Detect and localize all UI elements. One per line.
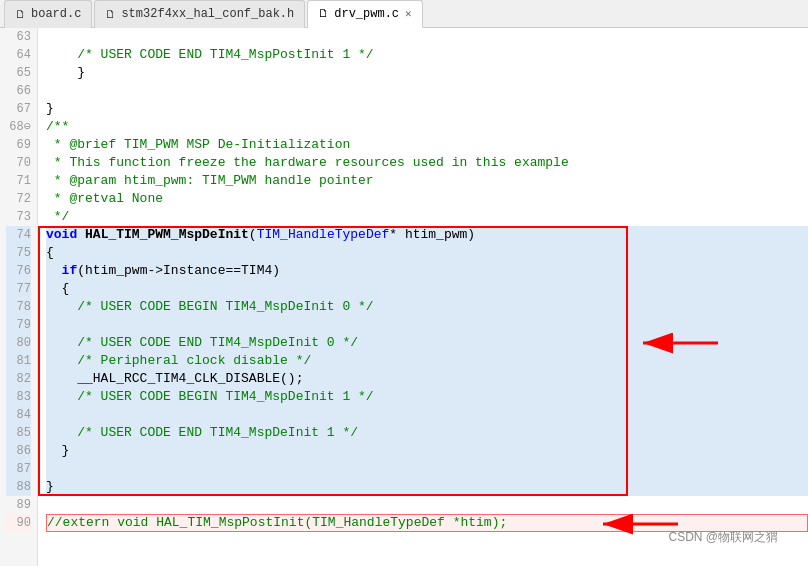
code-line-73: */: [46, 208, 808, 226]
line-num-74: 74: [6, 226, 31, 244]
tab-drv-pwm[interactable]: 🗋 drv_pwm.c ✕: [307, 0, 422, 28]
line-num-87: 87: [6, 460, 31, 478]
file-icon: 🗋: [318, 7, 329, 20]
watermark: CSDN @物联网之猬: [668, 529, 778, 546]
code-line-75: {: [46, 244, 808, 262]
code-line-72: * @retval None: [46, 190, 808, 208]
line-num-83: 83: [6, 388, 31, 406]
line-num-66: 66: [6, 82, 31, 100]
code-line-67: }: [46, 100, 808, 118]
tab-board-c[interactable]: 🗋 board.c: [4, 0, 92, 28]
line-num-78: 78: [6, 298, 31, 316]
code-line-88: }: [46, 478, 808, 496]
code-line-85: /* USER CODE END TIM4_MspDeInit 1 */: [46, 424, 808, 442]
line-num-81: 81: [6, 352, 31, 370]
line-num-72: 72: [6, 190, 31, 208]
code-wrapper: /* USER CODE END TIM4_MspPostInit 1 */ }…: [38, 28, 808, 566]
line-num-76: 76: [6, 262, 31, 280]
code-line-65: }: [46, 64, 808, 82]
line-num-86: 86: [6, 442, 31, 460]
file-icon: 🗋: [15, 8, 26, 21]
tab-label: stm32f4xx_hal_conf_bak.h: [121, 7, 294, 21]
code-line-69: * @brief TIM_PWM MSP De-Initialization: [46, 136, 808, 154]
red-arrow-function: [638, 328, 728, 358]
code-line-89: [46, 496, 808, 514]
code-line-63: [46, 28, 808, 46]
line-num-77: 77: [6, 280, 31, 298]
code-line-71: * @param htim_pwm: TIM_PWM handle pointe…: [46, 172, 808, 190]
line-num-69: 69: [6, 136, 31, 154]
code-content: /* USER CODE END TIM4_MspPostInit 1 */ }…: [38, 28, 808, 532]
code-line-86: }: [46, 442, 808, 460]
line-num-68: 68⊖: [6, 118, 31, 136]
tab-label: board.c: [31, 7, 81, 21]
code-line-76: if (htim_pwm->Instance==TIM4): [46, 262, 808, 280]
line-num-82: 82: [6, 370, 31, 388]
code-area: 63 64 65 66 67 68⊖ 69 70 71 72 73 74 75 …: [0, 28, 808, 566]
code-line-77: {: [46, 280, 808, 298]
code-line-64: /* USER CODE END TIM4_MspPostInit 1 */: [46, 46, 808, 64]
line-num-71: 71: [6, 172, 31, 190]
line-num-85: 85: [6, 424, 31, 442]
line-num-73: 73: [6, 208, 31, 226]
line-num-63: 63: [6, 28, 31, 46]
code-line-70: * This function freeze the hardware reso…: [46, 154, 808, 172]
line-num-70: 70: [6, 154, 31, 172]
line-num-88: 88: [6, 478, 31, 496]
code-line-66: [46, 82, 808, 100]
file-icon: 🗋: [105, 8, 116, 21]
line-num-64: 64: [6, 46, 31, 64]
tab-close-button[interactable]: ✕: [405, 7, 412, 20]
line-num-84: 84: [6, 406, 31, 424]
tab-label: drv_pwm.c: [334, 7, 399, 21]
line-num-89: 89: [6, 496, 31, 514]
line-num-80: 80: [6, 334, 31, 352]
tab-hal-conf[interactable]: 🗋 stm32f4xx_hal_conf_bak.h: [94, 0, 305, 28]
line-num-65: 65: [6, 64, 31, 82]
code-line-82: __HAL_RCC_TIM4_CLK_DISABLE();: [46, 370, 808, 388]
tab-bar: 🗋 board.c 🗋 stm32f4xx_hal_conf_bak.h 🗋 d…: [0, 0, 808, 28]
code-line-84: [46, 406, 808, 424]
code-line-83: /* USER CODE BEGIN TIM4_MspDeInit 1 */: [46, 388, 808, 406]
line-num-90: 90: [6, 514, 31, 532]
code-line-78: /* USER CODE BEGIN TIM4_MspDeInit 0 */: [46, 298, 808, 316]
line-numbers: 63 64 65 66 67 68⊖ 69 70 71 72 73 74 75 …: [0, 28, 38, 566]
code-line-68: /**: [46, 118, 808, 136]
code-line-74: void HAL_TIM_PWM_MspDeInit ( TIM_HandleT…: [46, 226, 808, 244]
line-num-79: 79: [6, 316, 31, 334]
code-line-87: [46, 460, 808, 478]
line-num-67: 67: [6, 100, 31, 118]
line-num-75: 75: [6, 244, 31, 262]
